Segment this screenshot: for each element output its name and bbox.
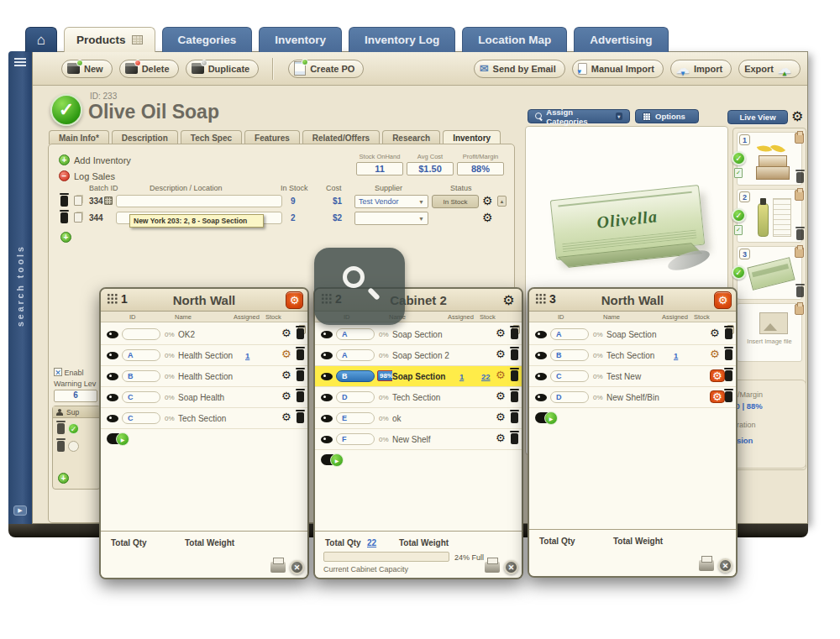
shelf-gear-icon[interactable]: ⚙ xyxy=(281,369,291,380)
export-button[interactable]: Export ☁▲ xyxy=(738,60,801,78)
status-button[interactable]: In Stock xyxy=(432,195,479,208)
trash-icon[interactable] xyxy=(297,391,304,402)
send-by-email-button[interactable]: ✉ Send by Email xyxy=(474,60,565,78)
eye-icon[interactable] xyxy=(107,394,118,401)
trash-icon[interactable] xyxy=(725,349,732,360)
home-tab[interactable]: ⌂ xyxy=(25,27,57,52)
eye-icon[interactable] xyxy=(321,352,333,359)
trash-icon[interactable] xyxy=(511,433,518,444)
tab-main-info[interactable]: Main Info* xyxy=(49,130,109,144)
shelf-id-field[interactable]: C xyxy=(122,391,160,403)
shelf-id-field[interactable]: E xyxy=(336,412,375,424)
close-icon[interactable]: ✕ xyxy=(290,560,304,574)
thumbnail-2[interactable]: 2 ✓ xyxy=(737,189,802,243)
trash-icon[interactable] xyxy=(511,328,518,339)
shelf-id-field[interactable]: C xyxy=(550,370,589,382)
row-gear-icon[interactable]: ⚙ xyxy=(482,195,493,207)
check-circle-icon[interactable]: ✓ xyxy=(68,423,79,434)
shelf-id-field[interactable] xyxy=(122,328,160,340)
panel-gear-button[interactable]: ⚙ xyxy=(714,291,732,309)
tab-products[interactable]: Products xyxy=(64,27,155,52)
clipboard-icon[interactable] xyxy=(795,304,804,315)
search-tools-sidebar[interactable]: search tools ▶ xyxy=(8,51,32,524)
panel-gear-button[interactable]: ⚙ xyxy=(500,291,517,309)
assign-categories-button[interactable]: Assign Categories ▾ xyxy=(528,109,630,123)
trash-icon[interactable] xyxy=(511,370,518,381)
eye-icon[interactable] xyxy=(321,394,333,401)
shelf-id-field[interactable]: A xyxy=(336,328,375,340)
trash-icon[interactable] xyxy=(511,391,518,402)
close-icon[interactable]: ✕ xyxy=(504,560,518,574)
checkbox-icon[interactable]: ✕ xyxy=(54,368,62,376)
scroll-up-arrow[interactable]: ▲ xyxy=(497,196,507,207)
eye-icon[interactable] xyxy=(107,352,118,359)
empty-circle-icon[interactable] xyxy=(68,441,79,452)
tab-research[interactable]: Research xyxy=(382,130,440,144)
assigned-count[interactable]: 1 xyxy=(674,351,678,360)
tab-tech-spec[interactable]: Tech Spec xyxy=(181,130,242,144)
import-button[interactable]: ☁▼ Import xyxy=(670,60,732,78)
trash-icon[interactable] xyxy=(511,349,518,360)
supplier-dropdown[interactable]: ▼ xyxy=(354,212,428,225)
shelf-id-field[interactable]: C xyxy=(122,412,160,424)
shelf-gear-icon[interactable]: ⚙ xyxy=(496,390,506,401)
eye-icon[interactable] xyxy=(107,331,118,338)
eye-icon[interactable] xyxy=(535,352,547,359)
shelf-gear-icon[interactable]: ⚙ xyxy=(496,432,506,443)
trash-icon[interactable] xyxy=(57,441,65,452)
location-grid-icon[interactable] xyxy=(104,196,113,205)
panel-header[interactable]: 3 North Wall ⚙ xyxy=(529,289,736,312)
enable-checkbox-row[interactable]: ✕ Enabl xyxy=(54,368,84,377)
settings-gear-icon[interactable]: ⚙ xyxy=(791,108,803,124)
shelf-gear-icon[interactable]: ⚙ xyxy=(710,390,725,403)
panel-gear-button[interactable]: ⚙ xyxy=(286,291,303,309)
print-icon[interactable] xyxy=(699,560,714,571)
eye-icon[interactable] xyxy=(107,415,118,422)
thumbnail-placeholder[interactable]: Insert Image file xyxy=(737,303,802,362)
delete-button[interactable]: Delete xyxy=(119,60,179,78)
total-qty-value[interactable]: 22 xyxy=(367,538,376,547)
trash-icon[interactable] xyxy=(796,229,804,240)
tab-categories[interactable]: Categories xyxy=(162,27,253,52)
eye-icon[interactable] xyxy=(321,331,333,338)
shelf-gear-icon[interactable]: ⚙ xyxy=(281,348,291,359)
eye-icon[interactable] xyxy=(535,373,547,380)
new-button[interactable]: New xyxy=(61,60,113,78)
trash-icon[interactable] xyxy=(60,212,68,223)
eye-icon[interactable] xyxy=(535,394,547,401)
print-icon[interactable] xyxy=(270,562,286,573)
shelf-id-field[interactable]: A xyxy=(122,349,160,361)
shelf-id-field[interactable]: A xyxy=(336,349,375,361)
tab-advertising[interactable]: Advertising xyxy=(574,27,668,52)
trash-icon[interactable] xyxy=(725,370,732,381)
create-po-button[interactable]: Create PO xyxy=(288,60,364,78)
clipboard-icon[interactable] xyxy=(795,133,804,144)
manual-import-button[interactable]: ▼ Manual Import xyxy=(572,60,664,78)
check-circle-icon[interactable]: ✓ xyxy=(732,151,746,165)
trash-icon[interactable] xyxy=(725,328,732,339)
shelf-gear-icon[interactable]: ⚙ xyxy=(710,327,720,338)
trash-icon[interactable] xyxy=(297,328,304,339)
copy-icon[interactable] xyxy=(74,196,82,206)
tab-inventory[interactable]: Inventory xyxy=(259,27,342,52)
duplicate-button[interactable]: Duplicate xyxy=(186,60,260,78)
eye-icon[interactable] xyxy=(535,331,547,338)
shelf-gear-icon[interactable]: ⚙ xyxy=(281,390,291,401)
trash-icon[interactable] xyxy=(796,172,804,183)
shelf-id-field[interactable]: B xyxy=(550,349,589,361)
trash-icon[interactable] xyxy=(297,349,304,360)
tab-features[interactable]: Features xyxy=(244,130,300,144)
shelf-gear-icon[interactable]: ⚙ xyxy=(496,327,506,338)
shelf-id-field[interactable]: D xyxy=(550,391,589,403)
trash-icon[interactable] xyxy=(57,423,65,434)
stock-count[interactable]: 22 xyxy=(481,372,491,381)
check-circle-icon[interactable]: ✓ xyxy=(732,265,746,280)
trash-icon[interactable] xyxy=(297,412,304,423)
shelf-gear-icon[interactable]: ⚙ xyxy=(710,348,720,359)
shelf-id-field[interactable]: F xyxy=(336,433,375,445)
shelf-gear-icon[interactable]: ⚙ xyxy=(496,369,506,380)
eye-icon[interactable] xyxy=(321,415,333,422)
trash-icon[interactable] xyxy=(297,370,304,381)
trash-icon[interactable] xyxy=(511,412,518,423)
check-circle-icon[interactable]: ✓ xyxy=(732,208,746,223)
